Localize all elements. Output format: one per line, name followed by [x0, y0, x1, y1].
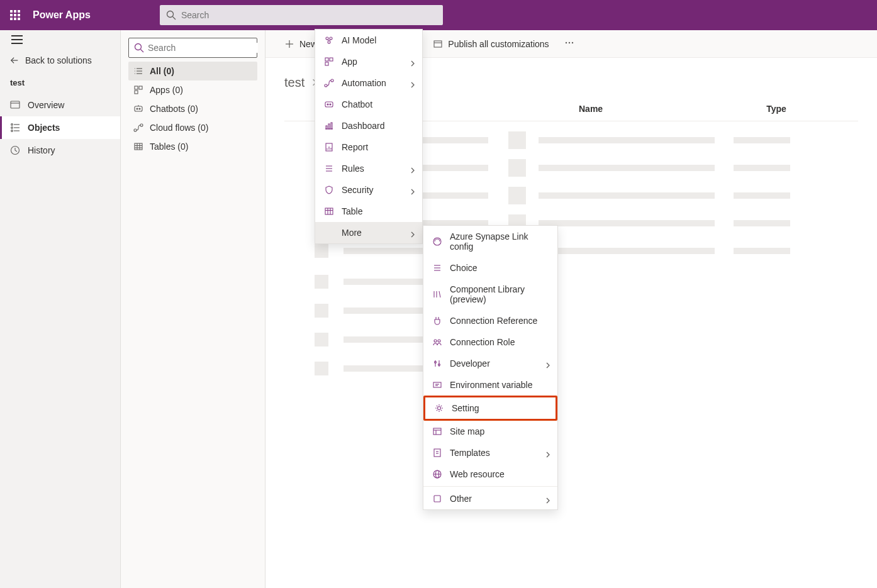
tree-label: All (0): [150, 66, 174, 76]
svg-point-53: [325, 84, 327, 87]
main-content: New Add existing Publish all customizati…: [265, 30, 877, 588]
svg-point-89: [438, 407, 441, 410]
menu-item-label: Component Library (preview): [450, 284, 549, 304]
apps-icon: [133, 85, 143, 95]
svg-point-39: [565, 42, 566, 43]
nav-toggle-button[interactable]: [0, 30, 120, 49]
tree-search-input[interactable]: [148, 43, 258, 53]
header-search[interactable]: [160, 5, 443, 25]
svg-point-6: [11, 127, 13, 129]
svg-point-46: [330, 37, 332, 40]
svg-line-49: [330, 40, 330, 42]
menu-item-rules[interactable]: Rules: [315, 158, 422, 179]
menu-item-developer[interactable]: Developer: [423, 353, 557, 374]
nav-item-objects[interactable]: Objects: [0, 116, 120, 139]
skeleton-row: [284, 333, 858, 347]
plus-icon: [284, 39, 294, 49]
tree-item-chatbots[interactable]: Chatbots (0): [128, 99, 257, 118]
svg-point-81: [438, 340, 440, 342]
table-icon: [324, 206, 334, 216]
svg-point-7: [11, 130, 13, 132]
tree-label: Cloud flows (0): [150, 123, 208, 133]
menu-item-table[interactable]: Table: [315, 201, 422, 222]
menu-item-security[interactable]: Security: [315, 179, 422, 201]
menu-item-app[interactable]: App: [315, 51, 422, 72]
chevron-right-icon: [410, 187, 416, 193]
menu-item-environment-variable[interactable]: Environment variable: [423, 374, 557, 396]
publish-icon: [433, 39, 443, 49]
svg-point-24: [137, 108, 138, 109]
overview-icon: [10, 100, 20, 110]
app-launcher-icon[interactable]: [0, 10, 30, 20]
rules-icon: [324, 164, 334, 174]
svg-line-79: [439, 291, 440, 297]
nav-item-history[interactable]: History: [0, 139, 120, 162]
menu-item-connection-reference[interactable]: Connection Reference: [423, 310, 557, 331]
menu-item-web-resource[interactable]: Web resource: [423, 463, 557, 485]
menu-item-setting[interactable]: Setting: [425, 397, 556, 419]
menu-item-component-library-preview-[interactable]: Component Library (preview): [423, 279, 557, 310]
nav-label: Overview: [28, 100, 64, 110]
environment-variable-icon: [432, 380, 442, 390]
menu-item-more[interactable]: More: [315, 222, 422, 243]
menu-item-label: Environment variable: [450, 380, 533, 390]
breadcrumb-root[interactable]: test: [284, 75, 304, 90]
arrow-left-icon: [10, 56, 19, 65]
menu-item-choice[interactable]: Choice: [423, 257, 557, 279]
objects-icon: [10, 123, 20, 133]
menu-item-label: Choice: [450, 263, 478, 273]
nav-label: Objects: [28, 123, 60, 133]
menu-item-label: Rules: [342, 164, 364, 174]
menu-item-label: Connection Role: [450, 337, 515, 347]
svg-rect-90: [433, 428, 441, 435]
overflow-button[interactable]: [558, 34, 581, 53]
svg-rect-69: [325, 208, 333, 214]
menu-item-site-map[interactable]: Site map: [423, 421, 557, 442]
chevron-right-icon: [545, 450, 551, 456]
column-type[interactable]: Type: [766, 104, 786, 114]
tree-item-cloud-flows[interactable]: Cloud flows (0): [128, 118, 257, 137]
menu-item-label: App: [342, 57, 357, 67]
search-icon: [166, 10, 176, 20]
publish-button[interactable]: Publish all customizations: [427, 35, 555, 53]
svg-point-80: [434, 340, 437, 342]
azure-synapse-link-config-icon: [432, 236, 442, 247]
menu-item-connection-role[interactable]: Connection Role: [423, 331, 557, 353]
svg-point-41: [571, 42, 573, 43]
tree-item-all[interactable]: All (0): [128, 62, 257, 80]
chevron-right-icon: [410, 165, 416, 172]
menu-item-automation[interactable]: Automation: [315, 72, 422, 94]
svg-rect-60: [328, 124, 330, 129]
chevron-right-icon: [410, 58, 416, 65]
setting-icon: [434, 403, 444, 413]
tree-label: Chatbots (0): [150, 104, 198, 114]
back-to-solutions-link[interactable]: Back to solutions: [0, 49, 120, 72]
menu-item-label: Automation: [342, 78, 386, 88]
menu-item-dashboard[interactable]: Dashboard: [315, 115, 422, 136]
menu-item-chatbot[interactable]: Chatbot: [315, 94, 422, 115]
menu-item-ai-model[interactable]: AI Model: [315, 30, 422, 51]
column-name[interactable]: Name: [579, 104, 603, 114]
tree-search[interactable]: [128, 38, 257, 58]
svg-rect-50: [325, 58, 328, 61]
ai-model-icon: [324, 35, 334, 45]
svg-rect-37: [434, 41, 442, 47]
header-search-input[interactable]: [181, 10, 437, 20]
svg-point-12: [135, 44, 142, 50]
tree-item-tables[interactable]: Tables (0): [128, 137, 257, 156]
list-all-icon: [133, 66, 143, 76]
more-icon: [324, 228, 334, 238]
nav-label: History: [28, 145, 55, 155]
menu-item-azure-synapse-link-config[interactable]: Azure Synapse Link config: [423, 226, 557, 257]
menu-item-label: More: [342, 228, 362, 238]
menu-item-report[interactable]: Report: [315, 136, 422, 158]
svg-line-48: [328, 40, 329, 42]
svg-point-5: [11, 124, 13, 126]
chevron-right-icon: [545, 360, 551, 367]
tree-item-apps[interactable]: Apps (0): [128, 80, 257, 99]
menu-item-other[interactable]: Other: [423, 488, 557, 509]
svg-point-57: [330, 104, 331, 105]
menu-item-templates[interactable]: Templates: [423, 442, 557, 463]
nav-item-overview[interactable]: Overview: [0, 94, 120, 116]
menu-item-label: Connection Reference: [450, 316, 537, 326]
